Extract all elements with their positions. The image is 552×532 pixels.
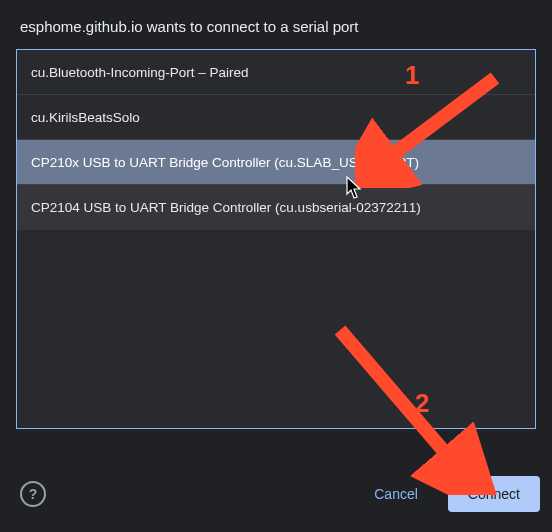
port-option[interactable]: cu.KirilsBeatsSolo [17, 95, 535, 140]
connect-button[interactable]: Connect [448, 476, 540, 512]
serial-port-dialog: esphome.github.io wants to connect to a … [0, 0, 552, 532]
annotation-label-1: 1 [405, 60, 419, 91]
port-list: cu.Bluetooth-Incoming-Port – Paired cu.K… [16, 49, 536, 429]
dialog-title: esphome.github.io wants to connect to a … [20, 18, 536, 35]
help-icon[interactable]: ? [20, 481, 46, 507]
dialog-footer: ? Cancel Connect [0, 468, 552, 520]
port-option[interactable]: cu.Bluetooth-Incoming-Port – Paired [17, 50, 535, 95]
cancel-button[interactable]: Cancel [354, 476, 438, 512]
port-option-selected[interactable]: CP210x USB to UART Bridge Controller (cu… [17, 140, 535, 185]
port-option[interactable]: CP2104 USB to UART Bridge Controller (cu… [17, 185, 535, 230]
annotation-label-2: 2 [415, 388, 429, 419]
